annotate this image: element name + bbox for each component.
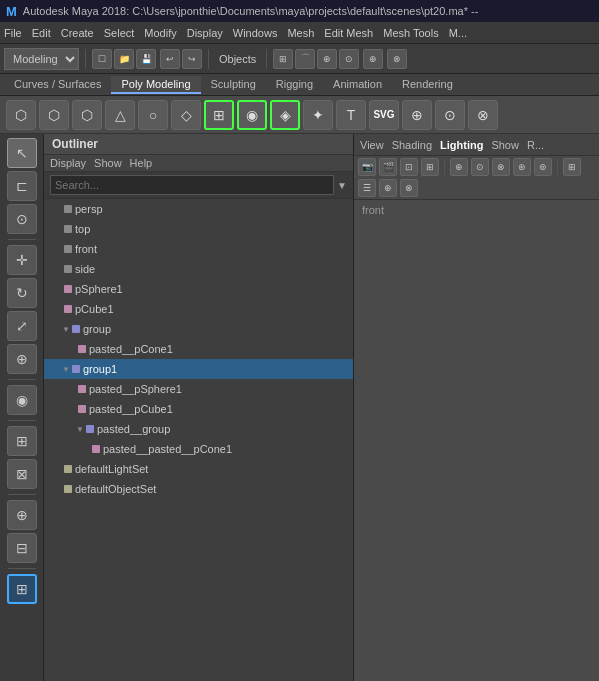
tree-item[interactable]: ▼group bbox=[44, 319, 353, 339]
show-hide-btn[interactable]: ⊞ bbox=[7, 426, 37, 456]
tree-item[interactable]: side bbox=[44, 259, 353, 279]
snap-curve-btn[interactable]: ⌒ bbox=[295, 49, 315, 69]
shelf-icon-10[interactable]: T bbox=[336, 100, 366, 130]
undo-btn[interactable]: ↩ bbox=[160, 49, 180, 69]
vp-lighting-menu[interactable]: Lighting bbox=[440, 139, 483, 151]
vp-time-btn[interactable]: ⊕ bbox=[379, 179, 397, 197]
snap-view-btn[interactable]: ⊙ bbox=[339, 49, 359, 69]
save-btn[interactable]: 💾 bbox=[136, 49, 156, 69]
shelf-icon-2[interactable]: ⬡ bbox=[72, 100, 102, 130]
vp-snap1-btn[interactable]: ⊕ bbox=[450, 158, 468, 176]
shelf-icon-7[interactable]: ◉ bbox=[237, 100, 267, 130]
tree-item[interactable]: pasted__pCone1 bbox=[44, 339, 353, 359]
vp-snap4-btn[interactable]: ⊛ bbox=[513, 158, 531, 176]
vp-clip-btn[interactable]: ⊡ bbox=[400, 158, 418, 176]
snap-point-btn[interactable]: ⊕ bbox=[317, 49, 337, 69]
shelf-icon-4[interactable]: ○ bbox=[138, 100, 168, 130]
viewport-canvas: front bbox=[354, 200, 599, 681]
universal-btn[interactable]: ⊕ bbox=[7, 344, 37, 374]
tree-item[interactable]: pSphere1 bbox=[44, 279, 353, 299]
type-square bbox=[64, 265, 72, 273]
vp-camera-btn[interactable]: 📷 bbox=[358, 158, 376, 176]
menu-edit[interactable]: Edit bbox=[32, 27, 51, 39]
outliner-panel: Outliner Display Show Help ▼ persp top f… bbox=[44, 134, 354, 681]
tree-item[interactable]: ▼group1 bbox=[44, 359, 353, 379]
soft-select-btn[interactable]: ◉ bbox=[7, 385, 37, 415]
rotate-btn[interactable]: ↻ bbox=[7, 278, 37, 308]
tree-item[interactable]: top bbox=[44, 219, 353, 239]
vp-film-btn[interactable]: 🎬 bbox=[379, 158, 397, 176]
menu-display[interactable]: Display bbox=[187, 27, 223, 39]
vp-close-btn[interactable]: ⊗ bbox=[400, 179, 418, 197]
mode-select[interactable]: Modeling bbox=[4, 48, 79, 70]
vp-shading-menu[interactable]: Shading bbox=[392, 139, 432, 151]
menu-create[interactable]: Create bbox=[61, 27, 94, 39]
move-btn[interactable]: ✛ bbox=[7, 245, 37, 275]
vp-snap2-btn[interactable]: ⊙ bbox=[471, 158, 489, 176]
shelf-tab-0[interactable]: Curves / Surfaces bbox=[4, 76, 111, 94]
outliner-show-menu[interactable]: Show bbox=[94, 157, 122, 169]
select-tool-btn[interactable]: ↖ bbox=[7, 138, 37, 168]
grid-snap-btn[interactable]: ⊞ bbox=[7, 574, 37, 604]
vp-snap5-btn[interactable]: ⊚ bbox=[534, 158, 552, 176]
tree-item[interactable]: pasted__pasted__pCone1 bbox=[44, 439, 353, 459]
search-input[interactable] bbox=[50, 175, 334, 195]
tree-item[interactable]: pCube1 bbox=[44, 299, 353, 319]
menu-mesh[interactable]: Mesh bbox=[287, 27, 314, 39]
scale-btn[interactable]: ⤢ bbox=[7, 311, 37, 341]
shelf-icon-0[interactable]: ⬡ bbox=[6, 100, 36, 130]
expand-icon: ▼ bbox=[62, 365, 70, 374]
shelf-tab-1[interactable]: Poly Modeling bbox=[111, 76, 200, 94]
vp-snap3-btn[interactable]: ⊗ bbox=[492, 158, 510, 176]
vp-show-menu[interactable]: Show bbox=[491, 139, 519, 151]
shelf-icon-3[interactable]: △ bbox=[105, 100, 135, 130]
add-btn[interactable]: ⊕ bbox=[7, 500, 37, 530]
menu-more[interactable]: M... bbox=[449, 27, 467, 39]
shelf-icon-14[interactable]: ⊗ bbox=[468, 100, 498, 130]
shelf-tab-3[interactable]: Rigging bbox=[266, 76, 323, 94]
menu-mesh-tools[interactable]: Mesh Tools bbox=[383, 27, 438, 39]
vp-more-menu[interactable]: R... bbox=[527, 139, 544, 151]
shelf-icon-1[interactable]: ⬡ bbox=[39, 100, 69, 130]
tree-item[interactable]: front bbox=[44, 239, 353, 259]
menu-select[interactable]: Select bbox=[104, 27, 135, 39]
vp-grid-btn[interactable]: ⊞ bbox=[421, 158, 439, 176]
render-settings-btn[interactable]: ⊕ bbox=[363, 49, 383, 69]
expand-icon: ▼ bbox=[76, 425, 84, 434]
outliner-display-menu[interactable]: Display bbox=[50, 157, 86, 169]
tree-item[interactable]: ▼pasted__group bbox=[44, 419, 353, 439]
new-scene-btn[interactable]: ☐ bbox=[92, 49, 112, 69]
paint-select-btn[interactable]: ⊙ bbox=[7, 204, 37, 234]
shelf-icon-5[interactable]: ◇ bbox=[171, 100, 201, 130]
menu-edit-mesh[interactable]: Edit Mesh bbox=[324, 27, 373, 39]
open-btn[interactable]: 📁 bbox=[114, 49, 134, 69]
tree-item[interactable]: defaultObjectSet bbox=[44, 479, 353, 499]
tree-item[interactable]: pasted__pSphere1 bbox=[44, 379, 353, 399]
tree-item[interactable]: pasted__pCube1 bbox=[44, 399, 353, 419]
minus-btn[interactable]: ⊟ bbox=[7, 533, 37, 563]
vp-grid2-btn[interactable]: ⊞ bbox=[563, 158, 581, 176]
snap-grid-btn[interactable]: ⊞ bbox=[273, 49, 293, 69]
shelf-tab-5[interactable]: Rendering bbox=[392, 76, 463, 94]
search-arrow-icon[interactable]: ▼ bbox=[337, 180, 347, 191]
vp-shading-btn[interactable]: ☰ bbox=[358, 179, 376, 197]
shelf-icon-8[interactable]: ◈ bbox=[270, 100, 300, 130]
tree-item[interactable]: defaultLightSet bbox=[44, 459, 353, 479]
shelf-icon-13[interactable]: ⊙ bbox=[435, 100, 465, 130]
menu-modify[interactable]: Modify bbox=[144, 27, 176, 39]
redo-btn[interactable]: ↪ bbox=[182, 49, 202, 69]
shelf-icon-6[interactable]: ⊞ bbox=[204, 100, 234, 130]
camera-btn[interactable]: ⊗ bbox=[387, 49, 407, 69]
shelf-tab-2[interactable]: Sculpting bbox=[201, 76, 266, 94]
shelf-icon-11[interactable]: SVG bbox=[369, 100, 399, 130]
shelf-icon-12[interactable]: ⊕ bbox=[402, 100, 432, 130]
shelf-tab-4[interactable]: Animation bbox=[323, 76, 392, 94]
tree-item[interactable]: persp bbox=[44, 199, 353, 219]
shelf-icon-9[interactable]: ✦ bbox=[303, 100, 333, 130]
outliner-help-menu[interactable]: Help bbox=[130, 157, 153, 169]
menu-file[interactable]: File bbox=[4, 27, 22, 39]
lasso-btn[interactable]: ⊏ bbox=[7, 171, 37, 201]
layout-btn[interactable]: ⊠ bbox=[7, 459, 37, 489]
menu-windows[interactable]: Windows bbox=[233, 27, 278, 39]
vp-view-menu[interactable]: View bbox=[360, 139, 384, 151]
